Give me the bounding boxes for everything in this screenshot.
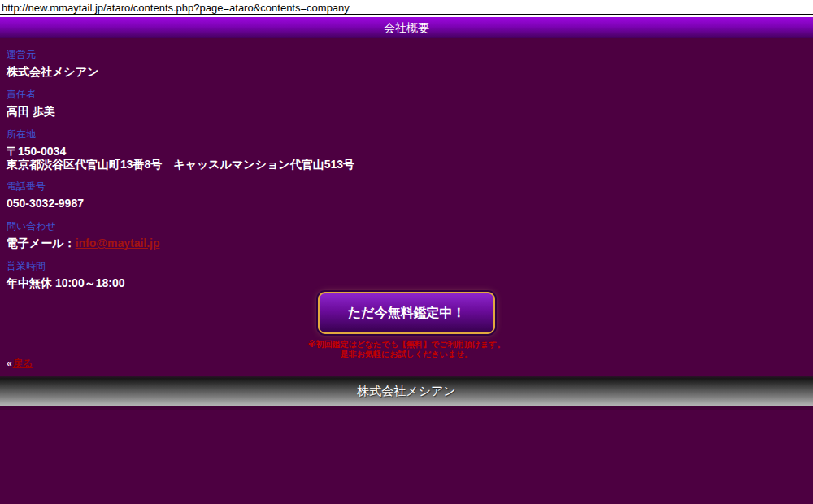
- back-link[interactable]: 戻る: [13, 358, 33, 369]
- section-value-address: 〒150-0034 東京都渋谷区代官山町13番8号 キャッスルマンション代官山5…: [7, 145, 806, 171]
- section-value-operator: 株式会社メシアン: [7, 65, 806, 79]
- footer-bar: 株式会社メシアン: [0, 376, 813, 406]
- email-prefix: 電子メール：: [7, 237, 76, 250]
- footer-company-name: 株式会社メシアン: [357, 384, 455, 398]
- postal-code: 〒150-0034: [7, 145, 806, 158]
- page-header-bar: 会社概要: [0, 17, 813, 38]
- cta-note: ※初回鑑定はどなたでも【無料】でご利用頂けます。 是非お気軽にお試しくださいませ…: [0, 340, 813, 359]
- section-label-contact: 問い合わせ: [7, 220, 806, 232]
- back-arrows-icon: «: [7, 358, 12, 369]
- section-value-manager: 高田 歩美: [7, 105, 806, 119]
- cta-note-line1: ※初回鑑定はどなたでも【無料】でご利用頂けます。: [0, 340, 813, 350]
- section-label-operator: 運営元: [7, 49, 806, 60]
- bottom-spacer: [0, 406, 813, 504]
- email-link[interactable]: info@maytail.jp: [76, 237, 160, 250]
- back-link-row: «戻る: [7, 357, 33, 371]
- page-title: 会社概要: [384, 21, 429, 34]
- page: http://new.mmaytail.jp/ataro/contents.ph…: [0, 0, 813, 504]
- url-text: http://new.mmaytail.jp/ataro/contents.ph…: [0, 0, 813, 15]
- section-label-hours: 営業時間: [7, 260, 806, 272]
- company-info-panel: 運営元 株式会社メシアン 責任者 高田 歩美 所在地 〒150-0034 東京都…: [0, 38, 813, 376]
- url-value: http://new.mmaytail.jp/ataro/contents.ph…: [2, 2, 350, 14]
- cta-note-line2: 是非お気軽にお試しくださいませ。: [0, 350, 813, 359]
- section-label-phone: 電話番号: [7, 180, 806, 192]
- section-value-phone: 050-3032-9987: [7, 197, 806, 211]
- cta-area: ただ今無料鑑定中！ ※初回鑑定はどなたでも【無料】でご利用頂けます。 是非お気軽…: [0, 292, 813, 359]
- section-label-manager: 責任者: [7, 89, 806, 100]
- street-address: 東京都渋谷区代官山町13番8号 キャッスルマンション代官山513号: [7, 158, 806, 171]
- free-reading-button[interactable]: ただ今無料鑑定中！: [318, 292, 495, 334]
- section-value-contact: 電子メール：info@maytail.jp: [7, 237, 806, 250]
- section-label-address: 所在地: [7, 128, 806, 140]
- section-value-hours: 年中無休 10:00～18:00: [7, 276, 806, 290]
